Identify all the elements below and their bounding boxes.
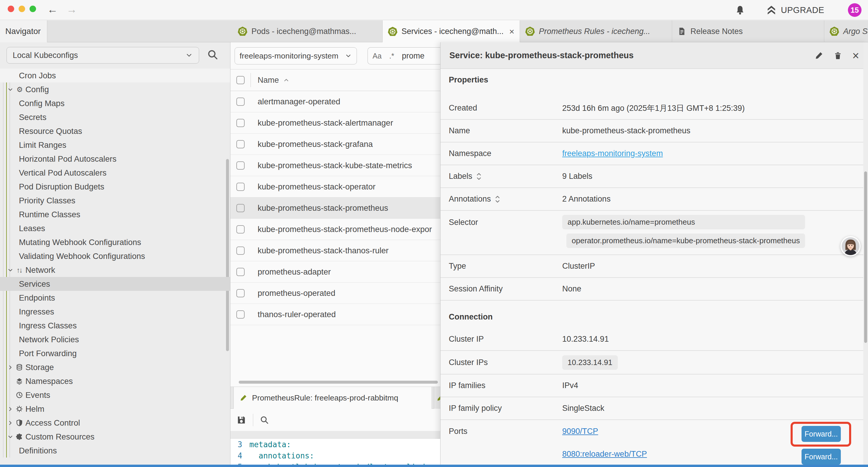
sidebar-item[interactable]: Events xyxy=(0,388,230,402)
tree-chevron-icon[interactable] xyxy=(7,128,13,135)
tree-chevron-icon[interactable] xyxy=(7,406,13,412)
tree-chevron-icon[interactable] xyxy=(7,198,13,204)
row-checkbox[interactable] xyxy=(236,310,245,319)
close-drawer-icon[interactable]: × xyxy=(852,50,859,61)
tree-chevron-icon[interactable] xyxy=(7,100,13,107)
drawer-scrollbar[interactable] xyxy=(863,42,868,465)
sidebar-item[interactable]: Runtime Classes xyxy=(0,207,230,222)
sidebar-item[interactable]: Port Forwarding xyxy=(0,346,230,360)
table-row[interactable]: kube-prometheus-stack-thanos-ruler xyxy=(230,240,440,261)
sidebar-item[interactable]: Definitions xyxy=(0,444,230,458)
upgrade-button[interactable]: UPGRADE xyxy=(766,5,824,16)
sidebar-item[interactable]: Validating Webhook Configurations xyxy=(0,249,230,263)
search-icon[interactable] xyxy=(260,415,269,425)
namespace-selector[interactable]: freeleaps-monitoring-system xyxy=(235,47,357,64)
namespace-link[interactable]: freeleaps-monitoring-system xyxy=(562,149,663,158)
table-row[interactable]: kube-prometheus-stack-kube-state-metrics xyxy=(230,155,440,176)
expand-collapse-icon[interactable] xyxy=(495,195,500,203)
row-checkbox[interactable] xyxy=(236,204,245,212)
tree-chevron-icon[interactable] xyxy=(7,364,13,371)
expand-collapse-icon[interactable] xyxy=(476,172,482,181)
port-link-9090[interactable]: 9090/TCP xyxy=(562,427,598,436)
tab-navigator[interactable]: Navigator xyxy=(0,20,47,42)
sidebar-item[interactable]: Limit Ranges xyxy=(0,138,230,152)
sidebar-item[interactable]: Priority Classes xyxy=(0,194,230,207)
horizontal-scrollbar[interactable] xyxy=(230,380,440,384)
filter-input[interactable]: Aa .* prome xyxy=(368,47,440,64)
row-checkbox[interactable] xyxy=(236,140,245,148)
tree-chevron-icon[interactable] xyxy=(7,211,13,218)
labels-count[interactable]: 9 Labels xyxy=(562,172,592,181)
sidebar-item[interactable]: Horizontal Pod Autoscalers xyxy=(0,152,230,166)
sidebar-item[interactable]: Resource Quotas xyxy=(0,124,230,138)
tree-chevron-icon[interactable] xyxy=(7,156,13,162)
row-checkbox[interactable] xyxy=(236,97,245,106)
tree-chevron-icon[interactable] xyxy=(7,170,13,176)
tree-chevron-icon[interactable] xyxy=(7,114,13,121)
tree-chevron-icon[interactable] xyxy=(7,447,13,454)
table-row[interactable]: kube-prometheus-stack-alertmanager xyxy=(230,112,440,134)
save-icon[interactable] xyxy=(236,415,246,425)
tree-chevron-icon[interactable] xyxy=(7,337,13,343)
user-avatar[interactable] xyxy=(840,236,861,256)
table-row[interactable]: kube-prometheus-stack-grafana xyxy=(230,134,440,155)
window-zoom-button[interactable] xyxy=(30,6,36,12)
sidebar-item[interactable]: Vertical Pod Autoscalers xyxy=(0,166,230,180)
table-row[interactable]: kube-prometheus-stack-prometheus-node-ex… xyxy=(230,219,440,240)
tab-close-icon[interactable]: × xyxy=(505,27,514,37)
sidebar-item[interactable]: Cron Jobs xyxy=(0,68,230,83)
tree-chevron-icon[interactable] xyxy=(7,239,13,245)
notifications-bell-icon[interactable] xyxy=(735,5,745,16)
drawer-scrollbar-thumb[interactable] xyxy=(864,171,867,343)
sidebar-item[interactable]: Endpoints xyxy=(0,291,230,305)
kubeconfig-selector[interactable]: Local Kubeconfigs xyxy=(6,47,199,63)
tree-chevron-icon[interactable] xyxy=(7,295,13,301)
sidebar-item[interactable]: Secrets xyxy=(0,110,230,124)
search-icon[interactable] xyxy=(207,49,219,61)
tree-chevron-icon[interactable] xyxy=(7,434,13,440)
tree-chevron-icon[interactable] xyxy=(7,72,13,79)
sort-ascending-icon[interactable] xyxy=(283,77,289,83)
sidebar-item[interactable]: Storage xyxy=(0,360,230,374)
row-checkbox[interactable] xyxy=(236,246,245,255)
tree-chevron-icon[interactable] xyxy=(7,322,13,329)
tree-chevron-icon[interactable] xyxy=(7,183,13,190)
tree-chevron-icon[interactable] xyxy=(7,253,13,260)
editor-tab-next-partial[interactable] xyxy=(434,387,440,409)
tab-pods[interactable]: Pods - icecheng@mathmas... xyxy=(232,20,382,42)
row-checkbox[interactable] xyxy=(236,162,245,170)
forward-button[interactable]: → xyxy=(66,3,77,16)
sidebar-item[interactable]: Pod Disruption Budgets xyxy=(0,180,230,194)
notification-count-badge[interactable]: 15 xyxy=(848,3,862,17)
tree-chevron-icon[interactable] xyxy=(7,378,13,384)
table-row[interactable]: prometheus-adapter xyxy=(230,261,440,283)
column-header-name[interactable]: Name xyxy=(258,76,279,85)
tab-prometheus-rules[interactable]: Prometheus Rules - icecheng... xyxy=(520,20,672,42)
window-close-button[interactable] xyxy=(8,6,14,12)
sidebar-item[interactable]: Custom Resources xyxy=(0,430,230,444)
table-row[interactable]: prometheus-operated xyxy=(230,283,440,304)
tree-chevron-icon[interactable] xyxy=(7,267,13,273)
row-checkbox[interactable] xyxy=(236,183,245,191)
horizontal-scrollbar-thumb[interactable] xyxy=(239,381,438,384)
sidebar-item[interactable]: Namespaces xyxy=(0,374,230,388)
table-row[interactable]: kube-prometheus-stack-operator xyxy=(230,176,440,198)
table-row[interactable]: kube-prometheus-stack-prometheus xyxy=(230,198,440,219)
select-all-checkbox[interactable] xyxy=(236,76,245,84)
sidebar-item[interactable]: ↑↓ Network xyxy=(0,263,230,277)
sidebar-item[interactable]: Network Policies xyxy=(0,332,230,346)
row-checkbox[interactable] xyxy=(236,225,245,233)
tree-chevron-icon[interactable] xyxy=(7,86,13,93)
tab-services[interactable]: Services - icecheng@math... × xyxy=(382,20,520,42)
tab-argo[interactable]: Argo Se xyxy=(824,20,868,42)
tree-chevron-icon[interactable] xyxy=(7,281,13,287)
tab-release-notes[interactable]: Release Notes xyxy=(672,20,824,42)
sidebar-item[interactable]: Mutating Webhook Configurations xyxy=(0,235,230,249)
back-button[interactable]: ← xyxy=(47,3,58,16)
sidebar-item[interactable]: Helm xyxy=(0,402,230,416)
row-checkbox[interactable] xyxy=(236,289,245,297)
sidebar-item[interactable]: Ingress Classes xyxy=(0,319,230,332)
sidebar-item[interactable]: ⚙ Config xyxy=(0,83,230,96)
sidebar-item[interactable]: Ingresses xyxy=(0,305,230,319)
table-row[interactable]: alertmanager-operated xyxy=(230,91,440,112)
